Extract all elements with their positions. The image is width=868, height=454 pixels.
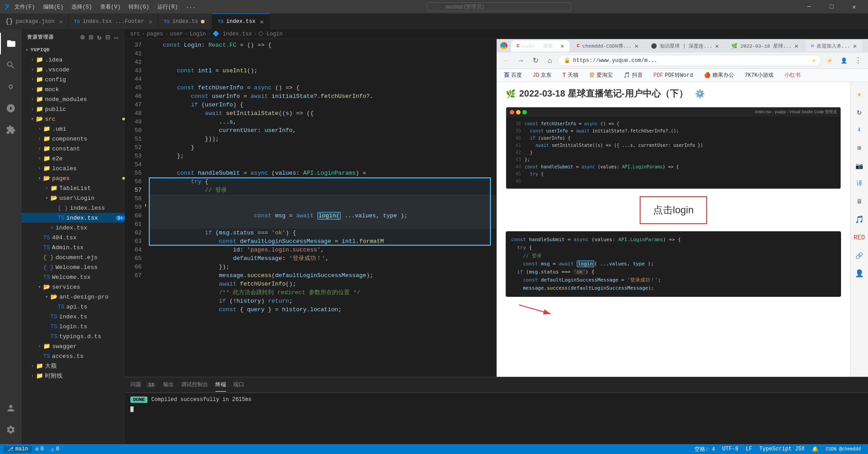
tree-src[interactable]: 📂 src [22, 114, 125, 124]
bookmark-baidu[interactable]: 百 百度 [500, 71, 525, 80]
menu-btn[interactable]: ⋮ [852, 54, 864, 67]
ext-shortcut-icon[interactable]: 🔗 [851, 247, 868, 264]
menu-select[interactable]: 选择(S) [68, 2, 96, 12]
activity-explorer[interactable] [0, 33, 22, 54]
tree-node-modules[interactable]: 📁 node_modules [22, 94, 125, 104]
tree-access-ts[interactable]: TS access.ts [22, 351, 125, 361]
tree-index-less[interactable]: { } index.less [22, 203, 125, 213]
tree-404[interactable]: TS 404.tsx [22, 233, 125, 242]
browser-tab-zhishi[interactable]: ⚫ 知识星球 | 深度连... ✕ [645, 40, 724, 52]
panel-tab-debug[interactable]: 调试控制台 [181, 378, 208, 392]
panel-tab-port[interactable]: 端口 [233, 378, 244, 392]
tree-mock[interactable]: 📁 mock [22, 84, 125, 94]
tree-welcome-tsx[interactable]: TS Welcome.tsx [22, 272, 125, 282]
menu-edit[interactable]: 编辑(E) [40, 2, 67, 12]
chemddd-tab-close[interactable]: ✕ [635, 42, 638, 50]
tree-ant-design-pro[interactable]: 📂 ant-design-pro [22, 292, 125, 302]
bookmark-pdf[interactable]: PDF PDF转Word [650, 71, 697, 80]
tab-close-package[interactable]: ✕ [59, 18, 62, 26]
bookmark-7k7k[interactable]: 7K7K小游戏 [741, 71, 778, 80]
tree-shi-fu-xian[interactable]: 📁 时附线 [22, 371, 125, 381]
ext-red-icon[interactable]: RED [851, 229, 868, 246]
browser-tab-welcome[interactable]: W 欢迎加入本... ✕ [806, 40, 862, 52]
tree-constant[interactable]: 📁 constant [22, 144, 125, 154]
panel-tab-terminal[interactable]: 终端 [215, 378, 226, 392]
tab-package-json[interactable]: {} package.json ✕ [0, 13, 69, 29]
tree-vscode[interactable]: 📁 .vscode [22, 65, 125, 75]
menu-view[interactable]: 查看(V) [97, 2, 125, 12]
extensions-button[interactable]: ⚡ [823, 54, 836, 67]
status-git[interactable]: ⎇ main [4, 446, 32, 453]
tree-da-e[interactable]: 📁 大额 [22, 361, 125, 371]
tree-tablelist[interactable]: 📁 TableList [22, 183, 125, 193]
activity-git[interactable] [0, 76, 22, 97]
home-button[interactable]: ⌂ [543, 54, 556, 67]
bookmark-jd[interactable]: JD 京东 [529, 71, 555, 80]
menu-more[interactable]: ... [183, 3, 200, 11]
tree-e2e[interactable]: 📁 e2e [22, 154, 125, 163]
bookmark-douyin[interactable]: 🎵 抖音 [620, 71, 646, 80]
tree-swagger[interactable]: 📁 swagger [22, 341, 125, 351]
tree-index-tsx-pages[interactable]: = index.tsx [22, 223, 125, 233]
tree-root-yupiqd[interactable]: YUPIQD [22, 45, 125, 55]
tree-idea[interactable]: 📁 .idea [22, 55, 125, 65]
ext-refresh-icon[interactable]: ↻ [851, 104, 868, 120]
status-spaces[interactable]: 空格: 4 [691, 445, 719, 453]
activity-settings[interactable] [0, 419, 22, 441]
tree-typings[interactable]: TS typings.d.ts [22, 331, 125, 341]
maximize-button[interactable]: □ [821, 0, 842, 13]
tree-locales[interactable]: 📁 locales [22, 163, 125, 173]
2022-tab-close[interactable]: ✕ [795, 42, 798, 50]
menu-file[interactable]: 文件(F) [11, 2, 39, 12]
tree-index-tsx-login[interactable]: TS index.tsx 9+ [22, 213, 125, 223]
tree-umi[interactable]: 📁 .umi [22, 124, 125, 134]
csdn-tab-close[interactable]: ✕ [561, 42, 564, 50]
bookmark-xiaohongshu[interactable]: 小红书 [781, 71, 804, 80]
tab-index-tsx[interactable]: TS index.tsx ✕ [212, 13, 269, 29]
forward-button[interactable]: → [515, 54, 527, 67]
minimize-button[interactable]: ─ [799, 0, 819, 13]
zhishi-tab-close[interactable]: ✕ [715, 42, 719, 50]
status-language[interactable]: TypeScript JSX [756, 446, 808, 452]
welcome-tab-close[interactable]: ✕ [853, 42, 856, 50]
browser-tab-csdn[interactable]: C csdn - 搜索 ✕ [511, 40, 570, 52]
tree-user-login[interactable]: 📂 user\Login [22, 193, 125, 203]
reload-button[interactable]: ↻ [529, 54, 542, 67]
ext-grid-icon[interactable]: ⊞ [851, 140, 868, 156]
ext-tiktok-icon[interactable]: 🎵 [851, 212, 868, 228]
menu-run[interactable]: 运行(R) [154, 2, 182, 12]
ext-img-icon[interactable]: 📷 [851, 158, 868, 174]
tree-document-ejs[interactable]: { } document.ejs [22, 252, 125, 262]
tab-close-footer[interactable]: ✕ [149, 18, 152, 26]
refresh-icon[interactable]: ↻ [96, 32, 103, 43]
status-warnings[interactable]: ⚠ 0 [47, 446, 62, 453]
bookmark-star-icon[interactable]: ★ [812, 57, 815, 64]
more-icon[interactable]: … [113, 32, 120, 43]
ext-avatar-icon[interactable]: 👤 [851, 265, 868, 282]
collapse-icon[interactable]: ⊟ [105, 32, 111, 43]
tree-config[interactable]: 📁 config [22, 75, 125, 84]
tab-close-index-tsx[interactable]: ✕ [260, 18, 263, 26]
back-button[interactable]: ← [500, 54, 513, 67]
status-line-ending[interactable]: LF [742, 446, 756, 452]
bookmark-taobao[interactable]: 愛 爱淘宝 [586, 71, 616, 80]
tree-components[interactable]: 📁 components [22, 134, 125, 144]
bookmark-tangguooffice[interactable]: 🍎 糖果办公 [700, 71, 738, 80]
tree-pages[interactable]: 📂 pages [22, 173, 125, 183]
activity-account[interactable] [0, 397, 22, 419]
status-errors[interactable]: ⊘ 0 [32, 446, 47, 453]
tab-footer[interactable]: TS index.tsx ...Footer ✕ [69, 13, 158, 29]
activity-debug[interactable] [0, 97, 22, 119]
activity-search[interactable] [0, 54, 22, 76]
status-bell[interactable]: 🔔 [808, 446, 822, 453]
ext-download-icon[interactable]: ⬇ [851, 122, 868, 138]
url-bar[interactable]: 🔒 https://www.yuque.com/m... ★ [558, 55, 821, 66]
new-folder-icon[interactable]: ⊞ [88, 32, 94, 43]
browser-tab-chemddd[interactable]: C chemddd-CSDN博... ✕ [571, 40, 644, 52]
tree-api-ts[interactable]: TS api.ts [22, 302, 125, 312]
status-encoding[interactable]: UTF-8 [719, 446, 742, 452]
tree-public[interactable]: 📁 public [22, 104, 125, 114]
new-file-icon[interactable]: ⊕ [80, 32, 86, 43]
account-btn[interactable]: 👤 [837, 54, 850, 67]
panel-tab-problems[interactable]: 问题 13 [130, 378, 156, 392]
